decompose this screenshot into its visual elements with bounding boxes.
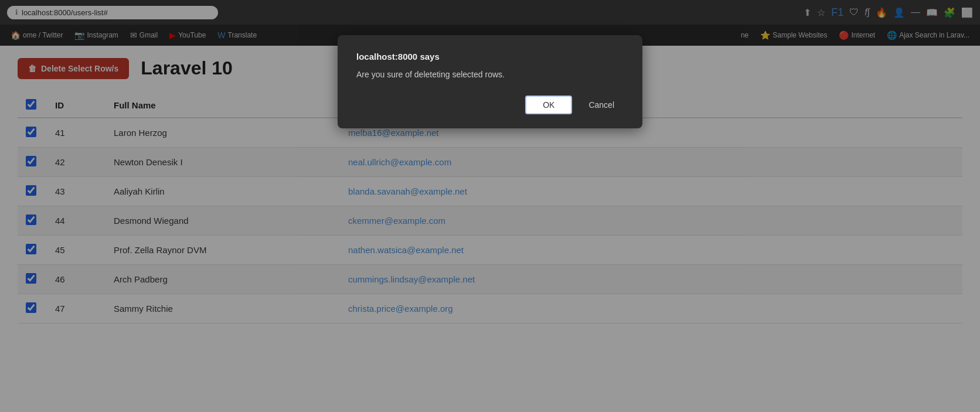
dialog-overlay: localhost:8000 says Are you sure of dele… [0, 0, 980, 335]
dialog-message: Are you sure of deleteting selected rows… [356, 70, 624, 79]
dialog-cancel-button[interactable]: Cancel [579, 96, 624, 114]
dialog-title: localhost:8000 says [356, 52, 624, 62]
dialog-buttons: OK Cancel [356, 96, 624, 114]
dialog-box: localhost:8000 says Are you sure of dele… [338, 35, 642, 128]
dialog-ok-button[interactable]: OK [525, 96, 572, 114]
main-content: 🗑 Delete Select Row/s Laravel 10 ID Full… [0, 46, 980, 335]
